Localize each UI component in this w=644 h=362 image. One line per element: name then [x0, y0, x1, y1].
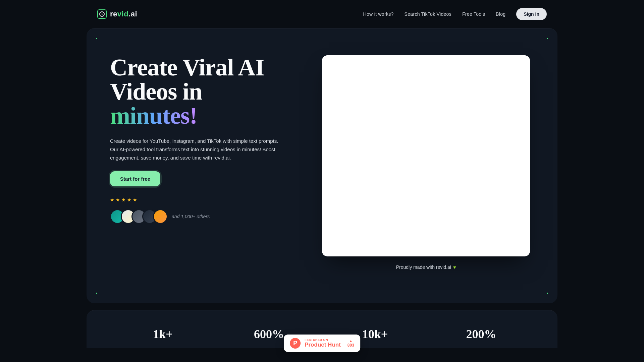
avatar-group [110, 209, 168, 224]
logo-text: revid.ai [110, 10, 137, 18]
nav-blog[interactable]: Blog [496, 11, 505, 17]
video-preview[interactable] [322, 55, 530, 256]
corner-dot-icon [96, 293, 97, 294]
nav-free-tools[interactable]: Free Tools [462, 11, 485, 17]
site-header: revid.ai How it works? Search TikTok Vid… [0, 0, 644, 28]
ph-name: Product Hunt [305, 342, 341, 348]
ph-featured-label: FEATURED ON [305, 338, 341, 342]
stat-value: 200% [435, 327, 527, 341]
nav-search-tiktok[interactable]: Search TikTok Videos [405, 11, 451, 17]
star-icon: ★ [110, 197, 114, 202]
logo[interactable]: revid.ai [97, 9, 137, 19]
hero-title: Create Viral AI Videos in minutes! [110, 55, 298, 128]
logo-vid: vid [117, 10, 128, 18]
hero-content: Create Viral AI Videos in minutes! Creat… [110, 55, 534, 270]
others-text: and 1,000+ others [172, 214, 210, 219]
hero-left: Create Viral AI Videos in minutes! Creat… [110, 55, 298, 224]
nav-how-it-works[interactable]: How it works? [363, 11, 394, 17]
product-hunt-icon: P [290, 338, 301, 349]
corner-dot-icon [96, 38, 97, 39]
upvote-icon: ▲ [349, 339, 353, 343]
avatar [153, 209, 168, 224]
product-hunt-text: FEATURED ON Product Hunt [305, 338, 341, 348]
signin-button[interactable]: Sign in [516, 8, 547, 20]
stat-item: 200% [428, 327, 534, 341]
corner-dot-icon [547, 293, 548, 294]
stat-value: 1k+ [117, 327, 209, 341]
hero-section: Create Viral AI Videos in minutes! Creat… [87, 28, 557, 303]
corner-dot-icon [547, 38, 548, 39]
heart-icon: ♥ [453, 264, 456, 270]
stat-item: 1k+ [110, 327, 216, 341]
hero-right: Proudly made with revid.ai ♥ [318, 55, 534, 270]
ph-count: 803 [347, 343, 354, 348]
star-icon: ★ [133, 197, 137, 202]
star-icon: ★ [121, 197, 126, 202]
proudly-made-text: Proudly made with revid.ai ♥ [396, 264, 456, 270]
ph-votes: ▲ 803 [347, 339, 354, 348]
main-nav: How it works? Search TikTok Videos Free … [363, 8, 547, 20]
logo-ai: .ai [128, 10, 137, 18]
proudly-label: Proudly made with revid.ai [396, 264, 451, 270]
logo-icon [97, 9, 107, 19]
start-free-button[interactable]: Start for free [110, 171, 160, 186]
star-icon: ★ [127, 197, 131, 202]
logo-re: re [110, 10, 117, 18]
hero-description: Create videos for YouTube, Instagram, an… [110, 137, 284, 162]
hero-title-gradient: minutes! [110, 102, 197, 129]
hero-title-main: Create Viral AI Videos in [110, 55, 298, 104]
product-hunt-badge[interactable]: P FEATURED ON Product Hunt ▲ 803 [284, 335, 360, 352]
star-icon: ★ [116, 197, 120, 202]
social-proof: and 1,000+ others [110, 209, 298, 224]
rating-stars: ★ ★ ★ ★ ★ [110, 197, 298, 202]
